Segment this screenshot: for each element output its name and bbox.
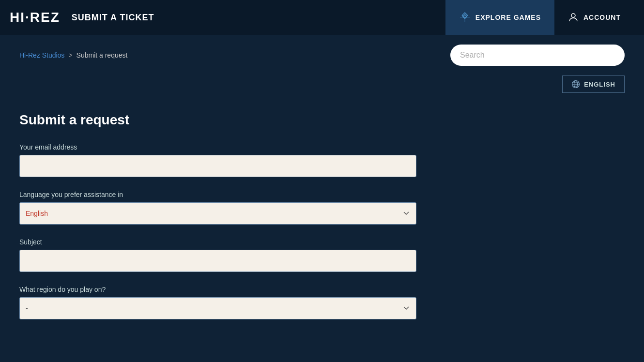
email-input[interactable] bbox=[19, 155, 416, 177]
language-group: Language you prefer assistance in Englis… bbox=[19, 191, 436, 225]
subject-input[interactable] bbox=[19, 250, 416, 272]
explore-games-label: EXPLORE GAMES bbox=[475, 14, 541, 21]
search-container bbox=[450, 45, 625, 66]
breadcrumb-home-link[interactable]: Hi-Rez Studios bbox=[19, 51, 64, 59]
email-label: Your email address bbox=[19, 143, 436, 151]
globe-icon bbox=[571, 80, 580, 89]
breadcrumb-bar: Hi-Rez Studios > Submit a request bbox=[0, 35, 644, 71]
account-button[interactable]: ACCOUNT bbox=[554, 0, 634, 35]
account-label: ACCOUNT bbox=[583, 14, 621, 21]
language-select[interactable]: English Français Deutsch Español Portugu… bbox=[19, 202, 416, 225]
explore-games-button[interactable]: EXPLORE GAMES bbox=[445, 0, 554, 35]
page-title: Submit a request bbox=[19, 112, 436, 128]
breadcrumb: Hi-Rez Studios > Submit a request bbox=[19, 51, 127, 59]
language-assist-label: Language you prefer assistance in bbox=[19, 191, 436, 198]
email-group: Your email address bbox=[19, 143, 436, 177]
svg-point-4 bbox=[571, 14, 575, 17]
subject-label: Subject bbox=[19, 238, 436, 246]
breadcrumb-separator: > bbox=[68, 51, 72, 59]
region-label: What region do you play on? bbox=[19, 286, 436, 293]
person-icon bbox=[568, 12, 579, 23]
breadcrumb-current: Submit a request bbox=[77, 51, 128, 59]
region-select[interactable]: - North America Europe Asia Oceania Sout… bbox=[19, 297, 416, 319]
main-content: Submit a request Your email address Lang… bbox=[0, 103, 455, 352]
logo-area: HI·REZ SUBMIT A TICKET bbox=[10, 10, 445, 25]
logo: HI·REZ bbox=[10, 10, 60, 25]
language-button[interactable]: ENGLISH bbox=[562, 75, 625, 93]
search-input[interactable] bbox=[450, 45, 625, 66]
diamond-icon bbox=[459, 12, 471, 23]
main-header: HI·REZ SUBMIT A TICKET EXPLORE GAMES ACC… bbox=[0, 0, 644, 35]
language-bar: ENGLISH bbox=[0, 71, 644, 103]
language-label: ENGLISH bbox=[584, 81, 615, 88]
region-group: What region do you play on? - North Amer… bbox=[19, 286, 436, 319]
header-nav: EXPLORE GAMES ACCOUNT bbox=[445, 0, 634, 35]
subject-group: Subject bbox=[19, 238, 436, 272]
header-title: SUBMIT A TICKET bbox=[72, 13, 154, 23]
